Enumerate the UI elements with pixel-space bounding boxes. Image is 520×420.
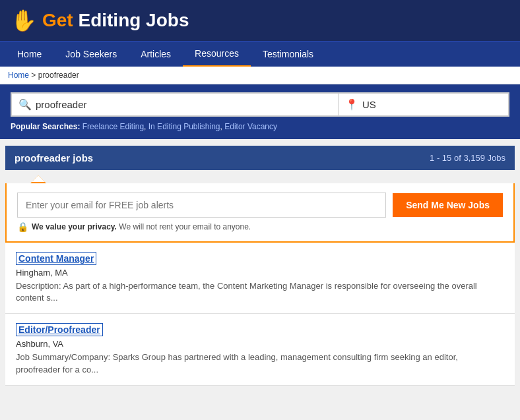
- job-list: Content Manager Hingham, MA Description:…: [5, 243, 515, 386]
- breadcrumb-separator: >: [31, 71, 38, 80]
- email-alert-row: Send Me New Jobs: [17, 193, 503, 218]
- job-description-0: Description: As part of a high-performan…: [16, 280, 504, 304]
- main-content: proofreader jobs 1 - 15 of 3,159 Jobs Se…: [0, 139, 520, 392]
- location-icon: 📍: [345, 98, 358, 111]
- breadcrumb-current: proofreader: [38, 71, 79, 80]
- lock-icon: 🔒: [17, 222, 28, 232]
- popular-searches: Popular Searches: Freelance Editing, In …: [11, 122, 509, 131]
- nav-job-seekers[interactable]: Job Seekers: [53, 42, 129, 66]
- search-input-wrap: 🔍: [12, 94, 339, 115]
- nav-testimonials[interactable]: Testimonials: [251, 42, 325, 66]
- jobs-header: proofreader jobs 1 - 15 of 3,159 Jobs: [5, 146, 515, 170]
- notch: [30, 175, 46, 183]
- site-header: ✋ Get Editing Jobs: [0, 0, 520, 41]
- job-item-0: Content Manager Hingham, MA Description:…: [5, 243, 515, 314]
- main-nav: Home Job Seekers Articles Resources Test…: [0, 41, 520, 67]
- search-icon: 🔍: [18, 98, 32, 111]
- logo-icon: ✋: [11, 8, 37, 33]
- jobs-title: proofreader jobs: [15, 152, 93, 164]
- search-input[interactable]: [36, 94, 331, 115]
- jobs-count: 1 - 15 of 3,159 Jobs: [430, 153, 505, 163]
- email-alert-box: Send Me New Jobs 🔒 We value your privacy…: [5, 183, 515, 243]
- nav-resources[interactable]: Resources: [183, 42, 251, 67]
- popular-search-2[interactable]: In Editing Publishing: [148, 122, 220, 131]
- job-description-1: Job Summary/Company: Sparks Group has pa…: [16, 351, 504, 375]
- job-location-1: Ashburn, VA: [16, 339, 504, 349]
- site-title: Get Editing Jobs: [42, 10, 189, 31]
- logo[interactable]: ✋ Get Editing Jobs: [11, 8, 189, 33]
- breadcrumb-home[interactable]: Home: [8, 71, 29, 80]
- location-input[interactable]: [362, 94, 502, 115]
- breadcrumb: Home > proofreader: [0, 67, 520, 84]
- job-title-0[interactable]: Content Manager: [16, 252, 96, 265]
- email-input[interactable]: [17, 193, 386, 218]
- search-area: 🔍 📍 Popular Searches: Freelance Editing,…: [0, 84, 520, 139]
- nav-articles[interactable]: Articles: [129, 42, 183, 66]
- nav-home[interactable]: Home: [5, 42, 53, 66]
- job-item-1: Editor/Proofreader Ashburn, VA Job Summa…: [5, 314, 515, 385]
- popular-search-3[interactable]: Editor Vacancy: [224, 122, 277, 131]
- privacy-note: 🔒 We value your privacy. We will not ren…: [17, 222, 503, 232]
- popular-search-1[interactable]: Freelance Editing: [82, 122, 144, 131]
- search-row: 🔍 📍: [11, 92, 509, 117]
- job-location-0: Hingham, MA: [16, 268, 504, 278]
- job-title-1[interactable]: Editor/Proofreader: [16, 323, 103, 336]
- location-wrap: 📍: [339, 94, 508, 115]
- send-jobs-button[interactable]: Send Me New Jobs: [393, 193, 503, 217]
